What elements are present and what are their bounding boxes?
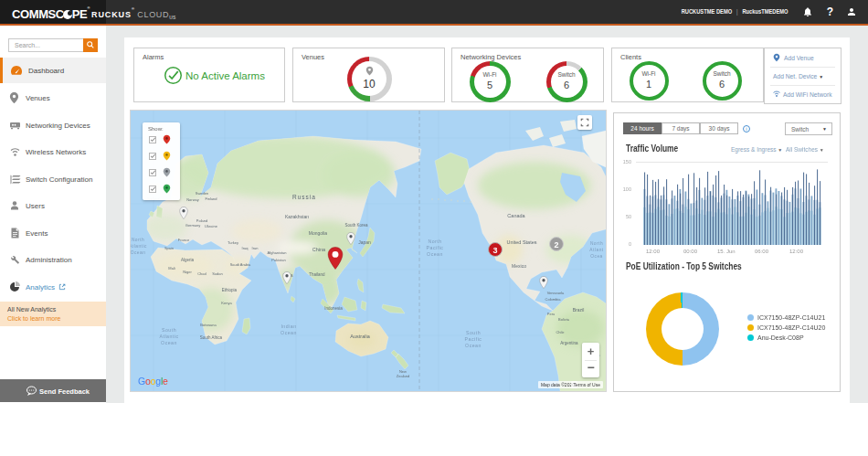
svg-text:Japan: Japan: [358, 239, 371, 245]
svg-text:Pakistan: Pakistan: [271, 258, 285, 262]
svg-text:Iraq: Iraq: [242, 246, 249, 250]
svg-text:Spain: Spain: [164, 246, 174, 250]
svg-text:Saudi Arabia: Saudi Arabia: [230, 262, 251, 267]
svg-text:Norway: Norway: [186, 197, 199, 202]
svg-text:Ethiopia: Ethiopia: [222, 288, 238, 292]
svg-text:Germany: Germany: [185, 223, 200, 228]
svg-text:Australia: Australia: [350, 334, 370, 339]
svg-text:Thailand: Thailand: [309, 272, 325, 277]
svg-text:Pacific: Pacific: [427, 245, 444, 250]
svg-text:Bolivia: Bolivia: [558, 317, 570, 322]
svg-text:Chile: Chile: [556, 330, 565, 334]
svg-text:Zealand: Zealand: [397, 374, 409, 378]
svg-text:Argentina: Argentina: [560, 341, 578, 345]
svg-text:Turkey: Turkey: [228, 240, 238, 245]
svg-text:Mali: Mali: [168, 266, 175, 270]
svg-text:France: France: [178, 238, 190, 242]
svg-text:Ocean: Ocean: [161, 340, 177, 345]
svg-text:Ocean: Ocean: [427, 251, 443, 257]
svg-text:Atlantic: Atlantic: [131, 244, 147, 249]
svg-text:Atlantic: Atlantic: [159, 334, 178, 339]
svg-text:South Korea: South Korea: [344, 223, 368, 228]
svg-text:Poland: Poland: [196, 218, 207, 223]
svg-text:Kazakhstan: Kazakhstan: [285, 214, 309, 219]
svg-text:Venezuela: Venezuela: [547, 291, 565, 295]
svg-text:Sweden: Sweden: [196, 191, 208, 196]
svg-text:South: South: [466, 330, 481, 335]
svg-text:Chad: Chad: [197, 271, 206, 276]
svg-text:Russia: Russia: [292, 194, 316, 200]
svg-text:Brazil: Brazil: [573, 307, 585, 313]
svg-text:Ocea: Ocea: [590, 254, 602, 259]
svg-text:United States: United States: [506, 239, 536, 245]
svg-text:Ukraine: Ukraine: [205, 224, 218, 228]
svg-text:Mongolia: Mongolia: [309, 230, 328, 236]
svg-text:Pacific: Pacific: [465, 336, 482, 342]
svg-text:Indian: Indian: [281, 323, 296, 329]
svg-text:Algeria: Algeria: [181, 258, 195, 262]
svg-text:Peru: Peru: [547, 312, 555, 316]
svg-text:Iran: Iran: [252, 246, 259, 250]
svg-text:Kenya: Kenya: [221, 301, 232, 305]
svg-text:Ocean: Ocean: [131, 250, 145, 255]
svg-text:Colombia: Colombia: [545, 297, 562, 302]
svg-text:South: South: [162, 327, 176, 333]
svg-text:Sudan: Sudan: [212, 271, 223, 276]
svg-text:Niger: Niger: [183, 270, 192, 274]
svg-text:Ocean: Ocean: [281, 330, 297, 335]
svg-text:Indonesia: Indonesia: [324, 306, 343, 311]
svg-text:Botswana: Botswana: [200, 323, 217, 327]
svg-text:North: North: [132, 238, 144, 242]
svg-text:Afghanistan: Afghanistan: [267, 250, 286, 255]
svg-text:China: China: [312, 247, 326, 252]
svg-text:Canada: Canada: [507, 213, 525, 218]
svg-text:Atlant: Atlant: [589, 248, 603, 252]
svg-text:North: North: [428, 239, 441, 244]
svg-text:Finland: Finland: [205, 196, 217, 201]
svg-text:South Africa: South Africa: [200, 335, 223, 340]
svg-text:Ocean: Ocean: [465, 343, 482, 348]
svg-text:Mexico: Mexico: [512, 263, 526, 269]
svg-text:North: North: [590, 241, 603, 246]
